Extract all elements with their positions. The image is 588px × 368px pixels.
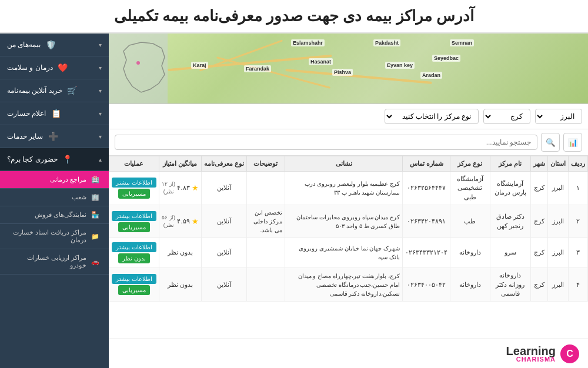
province-filter[interactable]: البرز <box>535 109 582 124</box>
no-rating: بدون نظر <box>168 281 193 288</box>
info-button[interactable]: اطلاعات بیشتر <box>112 178 156 188</box>
table-container: ردیف استان شهر نام مرکز نوع مرکز شماره ت… <box>109 156 588 339</box>
map-label-pishva: Pishva <box>332 69 353 76</box>
cell-rating: بدون نظر <box>159 238 201 268</box>
sidebar-label-sayer: سایر خدمات <box>7 132 43 140</box>
cell-address: کرج میدان سپاه روبروی مخابرات ساختمان طا… <box>285 205 403 238</box>
star-icon: ★ <box>192 183 199 193</box>
search-button[interactable]: 🔍 <box>541 133 560 152</box>
main-layout: Eslamshahr Pakdasht Semnan Karaj Faranda… <box>0 34 588 368</box>
cell-index: ۱ <box>569 172 588 205</box>
cell-center-type: طب <box>450 205 490 238</box>
cell-center-name: آزمایشگاه پارس درمان <box>490 172 530 205</box>
sidebar-sub-label-shoab: شعب <box>72 193 86 201</box>
content-area: Eslamshahr Pakdasht Semnan Karaj Faranda… <box>109 34 588 368</box>
cell-address: کرج عظیمیه بلوار ولیعصر روبروی درب بیمار… <box>285 172 403 205</box>
sidebar-sub-namayandegi[interactable]: 🏪 نمایندگی‌های فروش <box>0 206 109 224</box>
sidebar-item-kharid[interactable]: ▾ 🛒 خرید آنلاین بیمه‌نامه <box>0 79 109 102</box>
car-icon: 🚗 <box>91 258 99 266</box>
cell-province: البرز <box>548 238 569 268</box>
cell-referral-type: آنلاین <box>201 268 246 302</box>
sidebar-sub-maraje[interactable]: 🏥 مراجع درمانی <box>0 171 109 189</box>
cell-center-name: داروخانه روزانه دکتر قاسمی <box>490 268 530 302</box>
no-rating: بدون نظر <box>168 249 193 256</box>
map-label-semnan: Semnan <box>450 39 474 46</box>
svg-point-0 <box>136 61 140 65</box>
folder-icon: 📁 <box>91 233 99 240</box>
center-type-filter[interactable]: نوع مرکز را انتخاب کنید <box>385 109 479 124</box>
cell-referral-type: آنلاین <box>201 172 246 205</box>
cell-description <box>246 172 285 205</box>
arrow-icon: ▾ <box>99 65 102 71</box>
sidebar-sub-khasarat[interactable]: 📁 مراکز دریافت اسناد خسارت درمان <box>0 224 109 249</box>
col-description: توضیحات <box>246 156 285 172</box>
page-title: آدرس مراکز بیمه دی جهت صدور معرفی‌نامه ب… <box>12 7 576 25</box>
col-phone: شماره تماس <box>403 156 450 172</box>
info-button[interactable]: اطلاعات بیشتر <box>112 211 156 221</box>
centers-table: ردیف استان شهر نام مرکز نوع مرکز شماره ت… <box>109 156 588 302</box>
export-icon: 📊 <box>568 138 578 147</box>
cell-center-type: داروخانه <box>450 268 490 302</box>
cell-center-type: داروخانه <box>450 238 490 268</box>
map-label-pakdasht: Pakdasht <box>373 39 400 46</box>
cell-city: کرج <box>531 172 548 205</box>
heart-icon: ❤️ <box>58 62 68 73</box>
info-button[interactable]: اطلاعات بیشتر <box>112 242 156 252</box>
cell-description <box>246 268 285 302</box>
direction-button[interactable]: مسیریابی <box>118 189 150 199</box>
cell-phone: ۰۲۶۳۴۳۳۲۱۲۰۴ <box>403 238 450 268</box>
col-rating: میانگین امتیاز <box>159 156 201 172</box>
sidebar-sub-shoab[interactable]: 🏢 شعب <box>0 189 109 206</box>
rating-value: ۴.۸۳ <box>177 183 189 192</box>
cell-phone: ۰۲۶۳۴۲۰۴۸۹۱ <box>403 205 450 238</box>
export-button[interactable]: 📊 <box>563 133 582 152</box>
map-background: Eslamshahr Pakdasht Semnan Karaj Faranda… <box>109 34 588 103</box>
rating-count: (از ۵۶ نظر) <box>162 214 176 229</box>
table-row: ۱ البرز کرج آزمایشگاه پارس درمان آزمایشگ… <box>109 172 588 205</box>
plus-icon: ➕ <box>48 131 58 142</box>
cell-phone: ۰۲۶۳۴۰۰۵۰۴۲ <box>403 268 450 302</box>
sidebar-item-sayer[interactable]: ▾ ➕ سایر خدمات <box>0 125 109 148</box>
col-actions: عملیات <box>109 156 159 172</box>
direction-button[interactable]: بدون نظر <box>118 253 150 263</box>
sidebar-sub-khodro[interactable]: 🚗 مراکز ارزیابی خسارات خودرو <box>0 249 109 275</box>
sidebar-item-darman[interactable]: ▾ ❤️ درمان و سلامت <box>0 56 109 79</box>
col-center-name: نام مرکز <box>490 156 530 172</box>
sidebar-item-hozouri[interactable]: ▴ 📍 حضوری کجا برم؟ <box>0 148 109 171</box>
sidebar-item-bimehaye-man[interactable]: ▾ 🛡️ بیمه‌های من <box>0 34 109 56</box>
direction-button[interactable]: مسیریابی <box>118 285 150 295</box>
info-button[interactable]: اطلاعات بیشتر <box>112 274 156 284</box>
search-input[interactable] <box>115 135 537 150</box>
brand-container: Learning CHARISMA <box>506 344 556 363</box>
star-icon: ★ <box>192 216 199 227</box>
arrow-icon: ▴ <box>99 156 102 163</box>
arrow-icon: ▾ <box>99 111 102 117</box>
map-label-eslamshahr: Eslamshahr <box>291 39 325 46</box>
table-row: ۳ البرز کرج سرو داروخانه ۰۲۶۳۴۳۳۲۱۲۰۴ شه… <box>109 238 588 268</box>
shield-icon: 🛡️ <box>45 39 56 50</box>
sidebar-item-elam[interactable]: ▾ 📋 اعلام خسارت <box>0 102 109 125</box>
sidebar-label-hozouri: حضوری کجا برم؟ <box>7 155 58 163</box>
city-filter[interactable]: کرج <box>483 109 530 124</box>
map-label-eyvan: Eyvan key <box>385 62 415 69</box>
cart-icon: 🛒 <box>67 85 78 96</box>
cell-rating: ★ ۴.۸۳ (از ۱۲ نظر) <box>159 172 201 205</box>
filters-row: البرز کرج نوع مرکز را انتخاب کنید <box>109 104 588 129</box>
cell-actions: اطلاعات بیشتر بدون نظر <box>109 238 159 268</box>
map-label-aradan: Aradan <box>420 72 442 79</box>
sidebar-sub-label-namayandegi: نمایندگی‌های فروش <box>35 211 86 219</box>
direction-button[interactable]: مسیریابی <box>118 222 150 232</box>
cell-province: البرز <box>548 205 569 238</box>
table-row: ۲ البرز کرج دکتر صادق رنجبر کهن طب ۰۲۶۳۴… <box>109 205 588 238</box>
cell-phone: ۰۲۶۳۲۵۶۴۴۴۷ <box>403 172 450 205</box>
building-icon: 🏢 <box>91 193 99 201</box>
map-container: Eslamshahr Pakdasht Semnan Karaj Faranda… <box>109 34 588 104</box>
map-label-karaj: Karaj <box>191 62 208 69</box>
cell-address: کرج، بلوار هفت تیر،چهارراه مصاح و میدان … <box>285 268 403 302</box>
col-address: نشانی <box>285 156 403 172</box>
map-label-seyed: Seyedbac <box>432 55 460 62</box>
col-center-type: نوع مرکز <box>450 156 490 172</box>
sidebar-label-darman: درمان و سلامت <box>7 63 53 72</box>
sidebar-sub-label-khodro: مراکز ارزیابی خسارات خودرو <box>9 254 86 269</box>
logo-icon: C <box>560 344 579 363</box>
